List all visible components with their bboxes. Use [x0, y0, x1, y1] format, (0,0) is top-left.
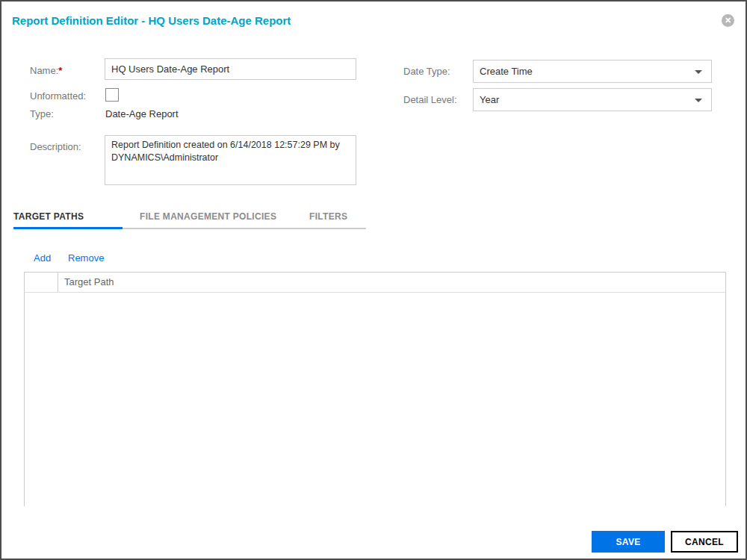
tab-target-paths[interactable]: TARGET PATHS: [13, 211, 84, 222]
name-label: Name:*: [30, 65, 62, 76]
table-body-empty: [25, 293, 725, 506]
tab-file-management-policies[interactable]: FILE MANAGEMENT POLICIES: [140, 211, 276, 222]
target-paths-table: Target Path: [24, 272, 726, 506]
date-type-select[interactable]: Create Time: [473, 60, 712, 83]
date-type-label: Date Type:: [403, 66, 450, 77]
save-button[interactable]: SAVE: [592, 531, 665, 553]
description-textarea[interactable]: Report Definition created on 6/14/2018 1…: [105, 135, 356, 185]
chevron-down-icon: [695, 70, 702, 74]
detail-level-selected-value: Year: [480, 94, 499, 105]
active-tab-indicator: [13, 227, 123, 229]
remove-link[interactable]: Remove: [68, 252, 104, 264]
table-selection-column-header: [25, 273, 58, 292]
tab-filters[interactable]: FILTERS: [309, 211, 347, 222]
date-type-selected-value: Create Time: [480, 66, 533, 77]
report-definition-editor-dialog: Report Definition Editor - HQ Users Date…: [0, 0, 747, 560]
table-column-header-target-path: Target Path: [58, 273, 725, 292]
detail-level-select[interactable]: Year: [473, 88, 712, 111]
add-link[interactable]: Add: [34, 252, 51, 264]
required-marker: *: [58, 65, 62, 76]
close-icon[interactable]: ✕: [722, 14, 734, 27]
type-label: Type:: [30, 108, 54, 119]
type-value: Date-Age Report: [105, 108, 179, 119]
unformatted-label: Unformatted:: [30, 90, 86, 102]
table-header-row: Target Path: [25, 273, 725, 293]
name-input[interactable]: [105, 58, 356, 80]
unformatted-checkbox[interactable]: [105, 88, 119, 102]
detail-level-label: Detail Level:: [403, 94, 457, 105]
description-label: Description:: [30, 141, 81, 152]
chevron-down-icon: [695, 99, 702, 102]
cancel-button[interactable]: CANCEL: [671, 531, 738, 553]
dialog-title: Report Definition Editor - HQ Users Date…: [12, 14, 291, 27]
